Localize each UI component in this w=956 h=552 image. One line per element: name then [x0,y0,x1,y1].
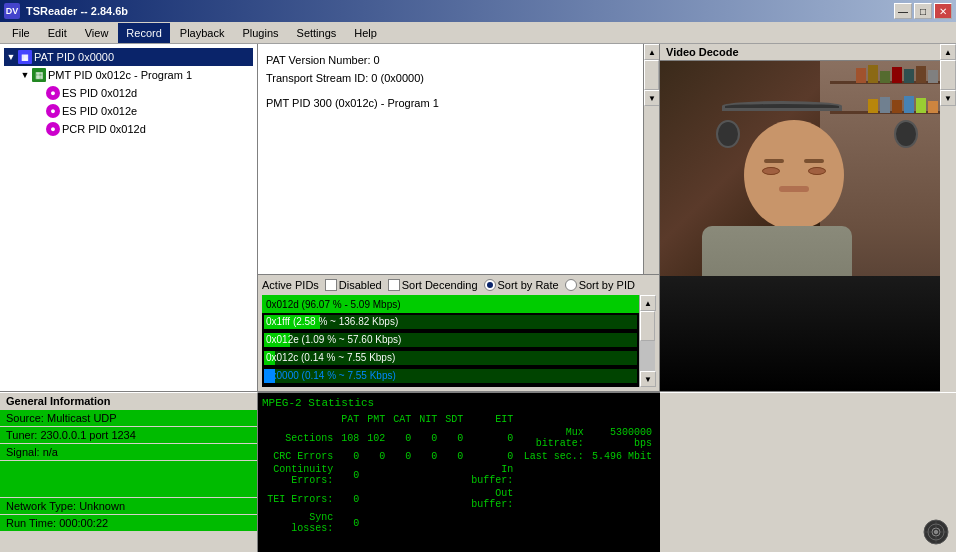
pid-scroll-track [640,311,655,371]
scroll-up-btn[interactable]: ▲ [644,44,659,60]
stats-header-pmt: PMT [363,413,389,426]
sort-desc-option[interactable]: Sort Decending [388,279,478,291]
book-3 [880,71,890,83]
sort-pid-label: Sort by PID [579,279,635,291]
inbuffer-label: In buffer: [467,463,517,487]
sort-desc-label: Sort Decending [402,279,478,291]
sort-pid-radio[interactable] [565,279,577,291]
minimize-button[interactable]: — [894,3,912,19]
tree-panel: ▼ ▦ PAT PID 0x0000 ▼ ▦ PMT PID 0x012c - … [0,44,258,392]
pat-label: PAT PID 0x0000 [34,51,114,63]
info-tuner: Tuner: 230.0.0.1 port 1234 [0,427,257,443]
tree-item-pat[interactable]: ▼ ▦ PAT PID 0x0000 [4,48,253,66]
pid-bar-012e: 0x012e (1.09 % ~ 57.60 Kbps) [262,331,639,349]
title-bar-left: DV TSReader -- 2.84.6b [4,3,128,19]
left-eye [762,167,780,175]
video-scroll-down[interactable]: ▼ [940,90,956,106]
scroll-down-btn[interactable]: ▼ [644,90,659,106]
expand-icon-es2 [32,104,46,118]
menu-view[interactable]: View [77,23,117,43]
es2-label: ES PID 0x012e [62,105,137,117]
sections-label: Sections [262,426,337,450]
disabled-option[interactable]: Disabled [325,279,382,291]
es1-label: ES PID 0x012d [62,87,137,99]
pmt-icon: ▦ [32,68,46,82]
menu-playback[interactable]: Playback [172,23,233,43]
book-9 [880,97,890,113]
right-video-scrollbar[interactable]: ▲ ▼ [940,44,956,392]
stats-table: PAT PMT CAT NIT SDT EIT Sections 108 1 [262,413,656,535]
info-blank1 [0,461,257,479]
headphone-arc [722,101,842,111]
top-section: ▼ ▦ PAT PID 0x0000 ▼ ▦ PMT PID 0x012c - … [0,44,956,392]
main-layout: ▼ ▦ PAT PID 0x0000 ▼ ▦ PMT PID 0x012c - … [0,44,956,552]
sort-pid-option[interactable]: Sort by PID [565,279,635,291]
info-section: PAT Version Number: 0 Transport Stream I… [258,44,659,274]
stats-sections-row: Sections 108 102 0 0 0 0 Mux bitrate: 53… [262,426,656,450]
tree-item-pcr[interactable]: ● PCR PID 0x012d [4,120,253,138]
info-source: Source: Multicast UDP [0,410,257,426]
scroll-thumb[interactable] [644,60,659,90]
pid-bar-bg-012e: 0x012e (1.09 % ~ 57.60 Kbps) [264,333,637,347]
title-buttons: — □ ✕ [894,3,952,19]
close-button[interactable]: ✕ [934,3,952,19]
stats-sync-row: Sync losses: 0 [262,511,656,535]
book-2 [868,65,878,83]
outbuffer-label: Out buffer: [467,487,517,511]
menu-help[interactable]: Help [346,23,385,43]
pid-scrollbar[interactable]: ▲ ▼ [639,295,655,387]
pid-bar-0000: 0x0000 (0.14 % ~ 7.55 Kbps) [262,367,639,385]
title-bar: DV TSReader -- 2.84.6b — □ ✕ [0,0,956,22]
general-info-title: General Information [6,395,111,407]
info-line1: PAT Version Number: 0 [266,52,635,70]
stats-right-value-header [588,413,656,426]
pid-bars-section: 0x012d (96.07 % - 5.09 Mbps) 0x1fff (2.5… [262,295,639,387]
menu-record[interactable]: Record [118,23,169,43]
video-scroll-up[interactable]: ▲ [940,44,956,60]
tree-item-pmt[interactable]: ▼ ▦ PMT PID 0x012c - Program 1 [4,66,253,84]
crc-sdt: 0 [441,450,467,463]
right-eyebrow [804,159,824,163]
menu-plugins[interactable]: Plugins [234,23,286,43]
pid-scroll-up[interactable]: ▲ [640,295,656,311]
pid-bar-label-012e: 0x012e (1.09 % ~ 57.60 Kbps) [266,333,401,347]
menu-edit[interactable]: Edit [40,23,75,43]
info-scrollbar[interactable]: ▲ ▼ [643,44,659,274]
expand-icon-pat[interactable]: ▼ [4,50,18,64]
shelf-items-2 [868,93,938,113]
sections-sdt: 0 [441,426,467,450]
sections-pmt: 102 [363,426,389,450]
pid-bar-label-0000: 0x0000 (0.14 % ~ 7.55 Kbps) [266,369,396,383]
menu-settings[interactable]: Settings [289,23,345,43]
video-decode-header: Video Decode [660,44,940,61]
stats-header-eit: EIT [467,413,517,426]
video-panel: Video Decode 1 mpeg2 [660,44,940,392]
active-pids-label: Active PIDs [262,279,319,291]
info-runtime: Run Time: 000:00:22 [0,515,257,531]
crc-pat: 0 [337,450,363,463]
stats-empty-header [262,413,337,426]
tree-item-es1[interactable]: ● ES PID 0x012d [4,84,253,102]
sort-rate-option[interactable]: Sort by Rate [484,279,559,291]
info-line4: PMT PID 300 (0x012c) - Program 1 [266,95,635,113]
sort-rate-radio[interactable] [484,279,496,291]
pid-scroll-down[interactable]: ▼ [640,371,656,387]
expand-icon-pmt[interactable]: ▼ [18,68,32,82]
sections-nit: 0 [415,426,441,450]
disabled-checkbox[interactable] [325,279,337,291]
video-scroll-thumb[interactable] [940,60,956,90]
book-10 [892,100,902,113]
pid-scroll-thumb[interactable] [640,311,655,341]
tei-value: 0 [337,487,363,511]
pid-bar-012c: 0x012c (0.14 % ~ 7.55 Kbps) [262,349,639,367]
book-4 [892,67,902,83]
menu-bar: File Edit View Record Playback Plugins S… [0,22,956,44]
right-eye [808,167,826,175]
tree-item-es2[interactable]: ● ES PID 0x012e [4,102,253,120]
book-13 [928,101,938,113]
continuity-label: Continuity Errors: [262,463,337,487]
menu-file[interactable]: File [4,23,38,43]
maximize-button[interactable]: □ [914,3,932,19]
stats-panel: MPEG-2 Statistics PAT PMT CAT NIT SDT EI… [258,392,660,552]
sort-desc-checkbox[interactable] [388,279,400,291]
